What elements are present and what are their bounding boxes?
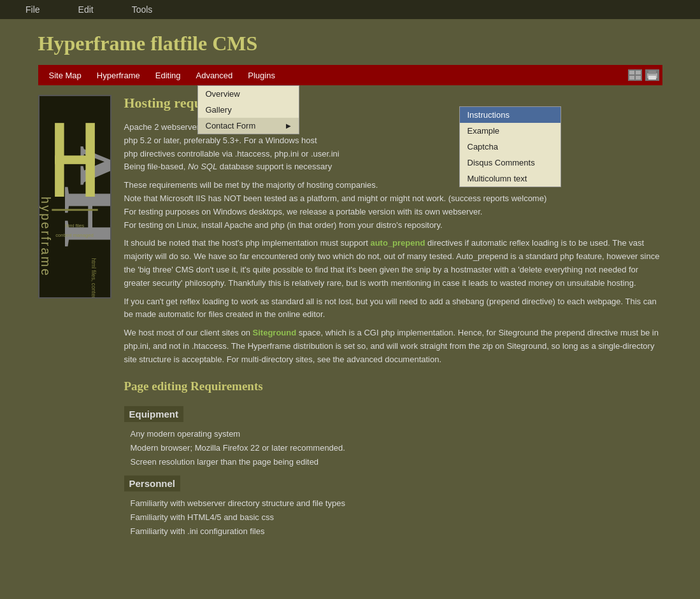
personnel-heading: Personnel [124,476,181,491]
submenu-example[interactable]: Example [460,123,561,139]
site-title: Hyperframe flatfile CMS [38,32,662,55]
personnel-list: Familiarity with webserver directory str… [124,497,662,539]
content-area: Hy hyperframe html files, content manage… [38,95,662,539]
menu-tools[interactable]: Tools [113,1,172,18]
svg-rect-5 [648,71,656,74]
nav-editing[interactable]: Editing [148,67,189,84]
svg-rect-13 [55,155,95,164]
equipment-item-1: Any modern operating system [131,427,662,441]
submenu: Instructions Example Captcha Disqus Comm… [459,106,561,187]
svg-text:content managed: content managed [55,232,94,238]
equipment-list: Any modern operating system Modern brows… [124,427,662,469]
logo: Hy hyperframe html files, content manage… [38,95,111,299]
svg-text:html files: html files [64,223,84,229]
nav-advanced[interactable]: Advanced [188,67,240,84]
section2-heading: Page editing Requirements [124,379,662,393]
main-wrapper: Hyperframe flatfile CMS Site Map Hyperfr… [13,19,688,551]
dropdown-overview[interactable]: Overview [198,86,299,102]
equipment-heading: Equipment [124,406,184,422]
main-content: Hosting requirements Apache 2 webserver … [124,95,662,539]
equipment-item-2: Modern browser; Mozilla Firefox 22 or la… [131,441,662,455]
menu-file[interactable]: File [6,1,59,18]
autoprepend-link[interactable]: auto_prepend [370,238,425,248]
siteground-link[interactable]: Siteground [253,328,297,337]
equipment-item-3: Screen resolution larger than the page b… [131,455,662,469]
submenu-disqus[interactable]: Disqus Comments [460,155,561,171]
svg-rect-0 [629,71,634,74]
svg-text:hyperframe: hyperframe [39,197,52,278]
nav-hyperframe[interactable]: Hyperframe [89,67,148,84]
nav-sitemap[interactable]: Site Map [41,67,89,84]
svg-rect-2 [629,76,634,80]
para-2: These requirements will be met by the ma… [124,179,662,232]
svg-text:html files, content managed: html files, content managed [90,258,96,297]
submenu-instructions[interactable]: Instructions [460,107,561,123]
svg-rect-1 [636,71,641,74]
para-siteground: We host most of our client sites on Site… [124,327,662,366]
para-autoprepend: It should be noted that the host's php i… [124,237,662,290]
grid-icon[interactable] [628,69,642,81]
svg-rect-3 [636,76,641,80]
menu-edit[interactable]: Edit [59,1,113,18]
dropdown-menu: Overview Gallery Contact Form Instructio… [197,85,299,134]
nav-bar: Site Map Hyperframe Editing Advanced Plu… [38,65,662,85]
submenu-captcha[interactable]: Captcha [460,139,561,155]
personnel-item-1: Familiarity with webserver directory str… [131,497,662,511]
personnel-item-3: Familiarity with .ini configuration file… [131,525,662,539]
nav-right-icons [628,69,659,81]
submenu-multicolumn[interactable]: Multicolumn text [460,171,561,187]
dropdown-gallery[interactable]: Gallery [198,102,299,118]
top-menubar: File Edit Tools [0,0,700,19]
svg-rect-14 [52,209,97,211]
personnel-item-2: Familiarity with HTML4/5 and basic css [131,511,662,525]
dropdown-contactform[interactable]: Contact Form [198,118,299,134]
print-icon[interactable] [645,69,659,81]
nav-plugins[interactable]: Plugins [240,67,283,84]
para-shebang: If you can't get reflex loading to work … [124,295,662,322]
svg-rect-6 [648,76,656,80]
